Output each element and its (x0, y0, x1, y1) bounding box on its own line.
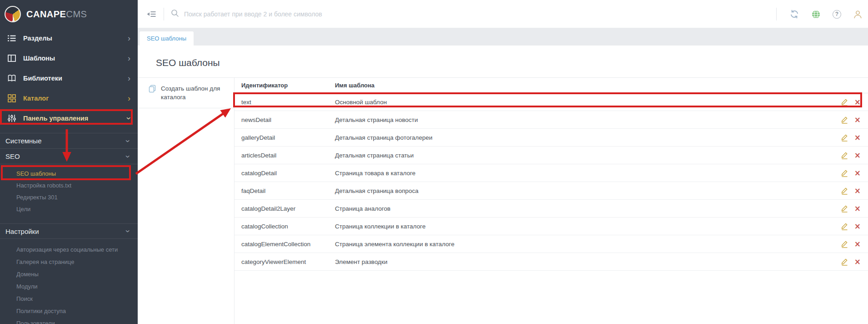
topbar-actions: ? (776, 0, 863, 28)
sidebar-subitem[interactable]: Поиск (0, 293, 138, 305)
column-header-name: Имя шаблона (335, 82, 868, 89)
sidebar-item-label: Шаблоны (23, 55, 122, 62)
sidebar-section-system[interactable]: Системные › (0, 133, 138, 148)
sidebar-item-control-panel[interactable]: Панель управления › (0, 108, 138, 128)
sidebar-subitem[interactable]: SEO шаблоны (0, 168, 138, 180)
table-row[interactable]: faqDetail Детальная страница вопроса × (234, 182, 868, 200)
book-icon (7, 74, 17, 83)
edit-icon[interactable] (841, 116, 848, 124)
chevron-down-icon: › (125, 117, 133, 120)
sidebar-subitem[interactable]: Авторизация через социальные сети (0, 243, 138, 256)
user-icon[interactable] (853, 10, 863, 19)
row-actions: × (841, 133, 868, 142)
row-identifier: articlesDetail (234, 152, 335, 159)
table-row[interactable]: catalogCollection Страница коллекции в к… (234, 218, 868, 235)
row-template-name: Детальная страница вопроса (335, 187, 841, 194)
delete-icon[interactable]: × (854, 223, 861, 230)
sidebar: CANAPECMS Разделы › Шаблоны › (0, 0, 138, 324)
sidebar-item-sections[interactable]: Разделы › (0, 28, 138, 48)
table-row[interactable]: text Основной шаблон × (234, 93, 868, 111)
layout-icon (7, 54, 17, 63)
sidebar-subitem[interactable]: Цели (0, 203, 138, 215)
create-template-button[interactable]: Создать шаблон для каталога (138, 78, 234, 108)
edit-icon[interactable] (841, 187, 848, 195)
table-row[interactable]: categoryViewerElement Элемент разводки × (234, 253, 868, 271)
sidebar-subitem[interactable]: Домены (0, 268, 138, 280)
row-actions: × (841, 116, 868, 124)
settings-subsection: Авторизация через социальные сети Галере… (0, 239, 138, 324)
section-label: SEO (5, 152, 20, 160)
row-identifier: newsDetail (234, 116, 335, 123)
sidebar-toggle-icon[interactable] (146, 10, 156, 20)
sidebar-section-settings[interactable]: Настройки › (0, 223, 138, 239)
row-identifier: catalogDetail (234, 170, 335, 177)
row-template-name: Элемент разводки (335, 258, 841, 265)
sidebar-subitem[interactable]: Политики доступа (0, 305, 138, 317)
grid-icon (7, 94, 17, 103)
column-header-identifier: Идентификатор (234, 82, 335, 89)
tab-seo-templates[interactable]: SEO шаблоны (140, 31, 194, 46)
delete-icon[interactable]: × (854, 98, 861, 106)
edit-icon[interactable] (841, 240, 848, 248)
delete-icon[interactable]: × (854, 240, 861, 248)
topbar-divider (776, 8, 777, 20)
sidebar-section-seo[interactable]: SEO › (0, 148, 138, 164)
logo[interactable]: CANAPECMS (0, 0, 138, 28)
section-label: Системные (5, 137, 41, 145)
sidebar-subitem[interactable]: Редиректы 301 (0, 192, 138, 203)
chevron-down-icon: › (124, 155, 132, 158)
logo-icon (5, 6, 21, 22)
help-glyph: ? (833, 10, 841, 19)
edit-icon[interactable] (841, 133, 848, 142)
copy-icon (148, 84, 157, 95)
sidebar-subitem[interactable]: Модули (0, 280, 138, 293)
sidebar-subitem[interactable]: Галерея на странице (0, 256, 138, 268)
table-row[interactable]: catalogElementCollection Страница элемен… (234, 235, 868, 253)
sidebar-item-templates[interactable]: Шаблоны › (0, 48, 138, 68)
edit-icon[interactable] (841, 258, 848, 266)
delete-icon[interactable]: × (854, 134, 861, 142)
sidebar-item-catalog[interactable]: Каталог › (0, 88, 138, 108)
row-identifier: catalogElementCollection (234, 241, 335, 248)
table-row[interactable]: catalogDetail2Layer Страница аналогов × (234, 200, 868, 218)
edit-icon[interactable] (841, 204, 848, 213)
row-template-name: Детальная страница новости (335, 116, 841, 123)
sidebar-subitem[interactable]: Настройка robots.txt (0, 180, 138, 192)
title-block: SEO шаблоны (138, 46, 868, 77)
delete-icon[interactable]: × (854, 205, 861, 213)
edit-icon[interactable] (841, 222, 848, 230)
search-input[interactable] (184, 10, 420, 18)
edit-icon[interactable] (841, 151, 848, 159)
sidebar-subitem[interactable]: Пользователи (0, 317, 138, 324)
edit-icon[interactable] (841, 98, 848, 106)
delete-icon[interactable]: × (854, 152, 861, 159)
table-row[interactable]: galleryDetail Детальная страница фотогал… (234, 129, 868, 147)
row-template-name: Страница элемента коллекции в каталоге (335, 241, 841, 248)
templates-table: Идентификатор Имя шаблона text Основной … (234, 78, 868, 324)
row-actions: × (841, 187, 868, 195)
delete-icon[interactable]: × (854, 169, 861, 177)
brand-suffix: CMS (66, 9, 87, 19)
sync-icon[interactable] (789, 9, 799, 19)
delete-icon[interactable]: × (854, 116, 861, 124)
chevron-down-icon: › (124, 230, 132, 233)
globe-icon[interactable] (811, 10, 821, 19)
row-template-name: Основной шаблон (335, 99, 841, 106)
sidebar-item-label: Каталог (23, 95, 122, 102)
row-actions: × (841, 258, 868, 266)
page-title: SEO шаблоны (156, 57, 868, 68)
table-row[interactable]: catalogDetail Страница товара в каталоге… (234, 164, 868, 182)
sidebar-item-libraries[interactable]: Библиотеки › (0, 68, 138, 88)
edit-icon[interactable] (841, 169, 848, 177)
seo-subsection: SEO шаблоны Настройка robots.txt Редирек… (0, 164, 138, 220)
help-icon[interactable]: ? (833, 10, 841, 19)
row-identifier: faqDetail (234, 187, 335, 194)
table-row[interactable]: newsDetail Детальная страница новости × (234, 111, 868, 129)
delete-icon[interactable]: × (854, 187, 861, 195)
tab-strip: SEO шаблоны (138, 28, 868, 46)
delete-icon[interactable]: × (854, 258, 861, 266)
sidebar-item-label: Панель управления (23, 115, 122, 122)
row-template-name: Страница аналогов (335, 205, 841, 212)
sidebar-item-label: Библиотеки (23, 75, 122, 82)
table-row[interactable]: articlesDetail Детальная страница статьи… (234, 147, 868, 164)
